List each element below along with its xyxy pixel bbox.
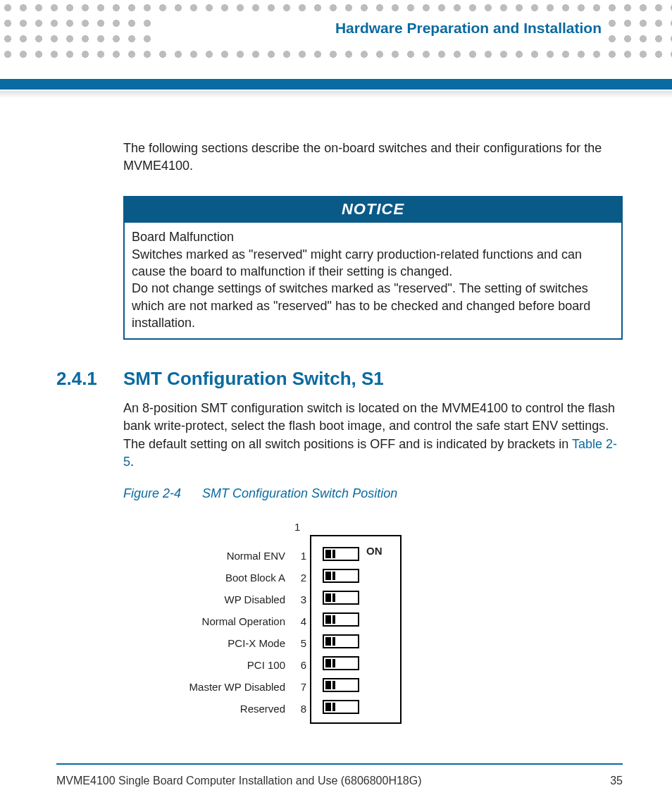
- notice-box: NOTICE Board Malfunction Switches marked…: [123, 196, 623, 340]
- switch-index: 4: [292, 610, 306, 632]
- switch-index-column: 1 2 3 4 5 6 7 8: [292, 545, 306, 720]
- notice-line: Board Malfunction: [132, 228, 614, 245]
- page-footer: MVME4100 Single Board Computer Installat…: [56, 775, 623, 787]
- switch-index: 2: [292, 567, 306, 589]
- dip-switch-icon: [323, 656, 359, 670]
- header-rule: [0, 79, 672, 90]
- section-number: 2.4.1: [56, 368, 123, 390]
- dip-switch-icon: [323, 569, 359, 583]
- pin-1-indicator: 1: [294, 521, 300, 533]
- switch-label: Reserved: [176, 698, 285, 720]
- section-body: An 8-position SMT configuration switch i…: [123, 400, 623, 471]
- switch-index: 1: [292, 545, 306, 567]
- notice-line: Do not change settings of switches marke…: [132, 280, 614, 331]
- switch-label: Normal ENV: [176, 545, 285, 567]
- switch-labels-column: Normal ENV Boot Block A WP Disabled Norm…: [176, 545, 285, 720]
- figure-title: SMT Configuration Switch Position: [202, 486, 397, 500]
- switch-index: 3: [292, 589, 306, 610]
- switch-index: 5: [292, 632, 306, 654]
- dip-switch-icon: [323, 547, 359, 561]
- chapter-title: Hardware Preparation and Installation: [335, 20, 602, 37]
- footer-doc-title: MVME4100 Single Board Computer Installat…: [56, 775, 422, 787]
- notice-heading: NOTICE: [125, 197, 621, 223]
- dip-switch-icon: [323, 700, 359, 714]
- page-number: 35: [610, 775, 623, 787]
- footer-rule: [56, 763, 623, 765]
- switch-index: 6: [292, 654, 306, 676]
- section-body-text: .: [130, 455, 134, 469]
- dip-switch-icon: [323, 591, 359, 605]
- notice-line: Switches marked as "reserved" might carr…: [132, 246, 614, 281]
- switch-label: WP Disabled: [176, 589, 285, 610]
- dip-switch-package: [310, 535, 402, 724]
- section-title: SMT Configuration Switch, S1: [123, 368, 384, 390]
- switch-label: Master WP Disabled: [176, 676, 285, 698]
- switch-label: PCI 100: [176, 654, 285, 676]
- intro-paragraph: The following sections describe the on-b…: [123, 140, 623, 175]
- switch-index: 8: [292, 698, 306, 720]
- dip-switch-icon: [323, 634, 359, 648]
- switch-diagram: 1 Normal ENV Boot Block A WP Disabled No…: [176, 515, 623, 741]
- switch-label: PCI-X Mode: [176, 632, 285, 654]
- section-heading-row: 2.4.1 SMT Configuration Switch, S1: [56, 368, 623, 390]
- figure-number: Figure 2-4: [123, 486, 181, 500]
- dip-switch-icon: [323, 678, 359, 692]
- switch-label: Boot Block A: [176, 567, 285, 589]
- switch-label: Normal Operation: [176, 610, 285, 632]
- section-body-text: An 8-position SMT configuration switch i…: [123, 401, 615, 450]
- dip-switch-icon: [323, 612, 359, 627]
- notice-body: Board Malfunction Switches marked as "re…: [125, 223, 621, 338]
- switch-index: 7: [292, 676, 306, 698]
- figure-caption: Figure 2-4SMT Configuration Switch Posit…: [123, 486, 623, 501]
